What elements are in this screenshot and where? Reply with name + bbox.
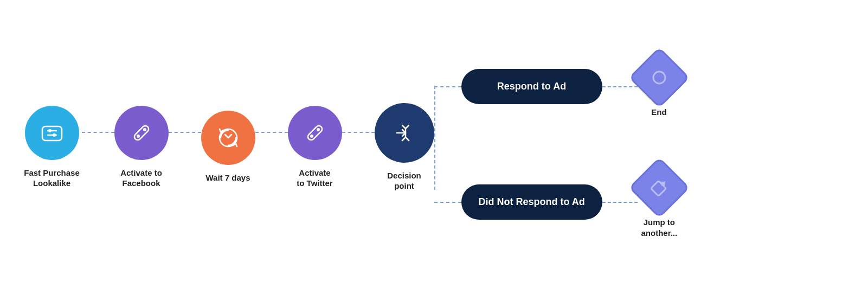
branch-not-respond: Did Not Respond to Ad Jump toanother... <box>434 166 681 238</box>
flow-container: Fast Purchase Lookalike Activate toFaceb… <box>22 17 846 277</box>
node-circle-decision[interactable] <box>375 103 434 163</box>
node-label-decision: Decisionpoint <box>387 170 421 191</box>
node-wait: Wait 7 days <box>201 111 255 183</box>
pill-respond[interactable]: Respond to Ad <box>461 69 602 104</box>
branch-section: Respond to Ad End Did Not Respond to Ad <box>434 56 681 239</box>
node-circle-twitter[interactable] <box>288 106 342 160</box>
node-activate-facebook: Activate toFacebook <box>114 106 169 189</box>
diamond-jump-inner <box>648 177 670 199</box>
linear-nodes: Fast Purchase Lookalike Activate toFaceb… <box>22 103 434 191</box>
connector-1 <box>82 132 114 133</box>
node-label-wait: Wait 7 days <box>206 172 250 183</box>
pill-not-respond[interactable]: Did Not Respond to Ad <box>461 184 602 220</box>
svg-point-4 <box>53 133 56 137</box>
svg-rect-9 <box>306 124 323 141</box>
branch-respond: Respond to Ad End <box>434 56 681 118</box>
diamond-end-inner <box>648 67 670 88</box>
end-label-not-respond: Jump toanother... <box>641 217 677 238</box>
svg-point-11 <box>317 128 320 131</box>
svg-point-15 <box>651 69 667 86</box>
branch-vertical-connector <box>434 86 435 190</box>
connector-2 <box>169 132 201 133</box>
end-node-respond: End <box>638 56 681 118</box>
svg-point-6 <box>137 135 140 138</box>
node-circle-facebook[interactable] <box>114 106 169 160</box>
node-decision: Decisionpoint <box>375 103 434 191</box>
svg-rect-5 <box>133 124 150 141</box>
node-label-fast-purchase: Fast Purchase Lookalike <box>22 168 82 189</box>
node-circle-wait[interactable] <box>201 111 255 165</box>
after-pill-line-respond <box>602 86 638 87</box>
node-circle-fast-purchase[interactable] <box>25 106 79 160</box>
branch-line-not-respond <box>434 202 461 203</box>
svg-point-7 <box>143 128 146 131</box>
svg-point-10 <box>310 135 313 138</box>
end-label-respond: End <box>651 107 666 118</box>
branch-line-respond <box>434 86 461 87</box>
svg-rect-0 <box>42 126 62 140</box>
svg-point-3 <box>48 129 52 132</box>
node-fast-purchase: Fast Purchase Lookalike <box>22 106 82 189</box>
node-label-twitter: Activateto Twitter <box>297 168 332 189</box>
node-label-facebook: Activate toFacebook <box>120 168 162 189</box>
diamond-jump[interactable] <box>628 157 690 219</box>
end-node-not-respond: Jump toanother... <box>638 166 681 238</box>
connector-3 <box>255 132 288 133</box>
node-activate-twitter: Activateto Twitter <box>288 106 342 189</box>
connector-4 <box>342 132 375 133</box>
diamond-end[interactable] <box>628 47 690 108</box>
after-pill-line-not-respond <box>602 202 638 203</box>
